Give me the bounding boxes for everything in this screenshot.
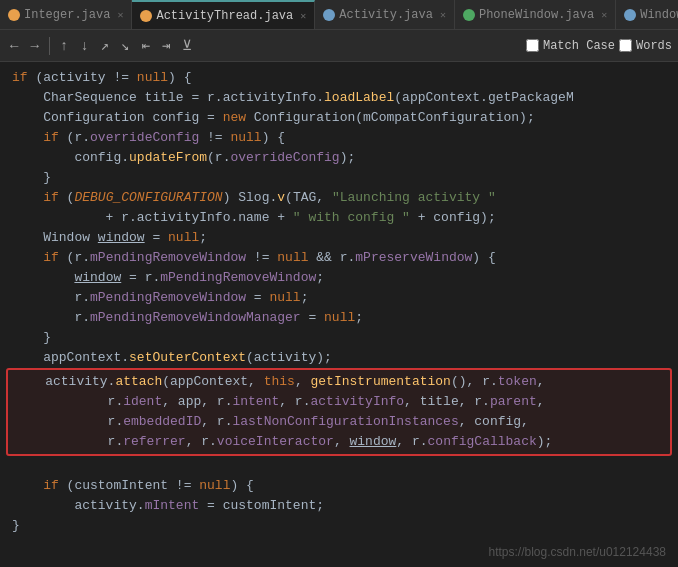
tab-close-phonewindow[interactable]: ✕ <box>601 9 607 21</box>
code-line-10: if (r.mPendingRemoveWindow != null && r.… <box>0 248 678 268</box>
separator1 <box>49 37 50 55</box>
code-line-13: r.mPendingRemoveWindowManager = null; <box>0 308 678 328</box>
tab-icon-activity <box>323 9 335 21</box>
code-line-20 <box>0 456 678 476</box>
tab-label-activity: Activity.java <box>339 8 433 22</box>
align-left-button[interactable]: ⇤ <box>138 35 154 56</box>
match-case-label: Match Case <box>543 39 615 53</box>
filter-button[interactable]: ⊻ <box>178 35 196 56</box>
tab-bar: Integer.java ✕ ActivityThread.java ✕ Act… <box>0 0 678 30</box>
tab-phonewindow[interactable]: PhoneWindow.java ✕ <box>455 0 616 29</box>
tab-close-integer[interactable]: ✕ <box>117 9 123 21</box>
watermark: https://blog.csdn.net/u012124438 <box>489 545 666 559</box>
tab-label-integer: Integer.java <box>24 8 110 22</box>
tab-label-phonewindow: PhoneWindow.java <box>479 8 594 22</box>
tab-integer[interactable]: Integer.java ✕ <box>0 0 132 29</box>
tab-close-activitythread[interactable]: ✕ <box>300 10 306 22</box>
toolbar: ← → ↑ ↓ ↗ ↘ ⇤ ⇥ ⊻ Match Case Words <box>0 30 678 62</box>
move-up-button[interactable]: ↑ <box>56 36 72 56</box>
words-group: Words <box>619 39 672 53</box>
tab-icon-integer <box>8 9 20 21</box>
code-line-22: activity.mIntent = customIntent; <box>0 496 678 516</box>
tab-activitythread[interactable]: ActivityThread.java ✕ <box>132 0 315 29</box>
tab-activity[interactable]: Activity.java ✕ <box>315 0 455 29</box>
tab-icon-phonewindow <box>463 9 475 21</box>
tab-window[interactable]: Window.java ✕ <box>616 0 678 29</box>
code-line-16: activity.attach(appContext, this, getIns… <box>14 372 664 392</box>
code-line-21: if (customIntent != null) { <box>0 476 678 496</box>
match-case-group: Match Case <box>526 39 615 53</box>
code-line-7: if (DEBUG_CONFIGURATION) Slog.v(TAG, "La… <box>0 188 678 208</box>
code-line-12: r.mPendingRemoveWindow = null; <box>0 288 678 308</box>
tab-close-activity[interactable]: ✕ <box>440 9 446 21</box>
code-line-2: CharSequence title = r.activityInfo.load… <box>0 88 678 108</box>
code-line-9: Window window = null; <box>0 228 678 248</box>
move-left-button[interactable]: ↗ <box>97 35 113 56</box>
tab-label-window: Window.java <box>640 8 678 22</box>
code-line-5: config.updateFrom(r.overrideConfig); <box>0 148 678 168</box>
code-line-17: r.ident, app, r.intent, r.activityInfo, … <box>14 392 664 412</box>
move-right-button[interactable]: ↘ <box>117 35 133 56</box>
code-line-8: + r.activityInfo.name + " with config " … <box>0 208 678 228</box>
code-line-23: } <box>0 516 678 536</box>
code-line-18: r.embeddedID, r.lastNonConfigurationInst… <box>14 412 664 432</box>
tab-label-activitythread: ActivityThread.java <box>156 9 293 23</box>
code-line-4: if (r.overrideConfig != null) { <box>0 128 678 148</box>
tab-icon-activitythread <box>140 10 152 22</box>
code-line-3: Configuration config = new Configuration… <box>0 108 678 128</box>
move-down-button[interactable]: ↓ <box>76 36 92 56</box>
code-line-14: } <box>0 328 678 348</box>
code-area: if (activity != null) { CharSequence tit… <box>0 62 678 567</box>
align-right-button[interactable]: ⇥ <box>158 35 174 56</box>
back-button[interactable]: ← <box>6 36 22 56</box>
code-line-11: window = r.mPendingRemoveWindow; <box>0 268 678 288</box>
code-line-1: if (activity != null) { <box>0 68 678 88</box>
tab-icon-window <box>624 9 636 21</box>
code-line-19: r.referrer, r.voiceInteractor, window, r… <box>14 432 664 452</box>
words-label: Words <box>636 39 672 53</box>
match-case-checkbox[interactable] <box>526 39 539 52</box>
code-line-15: appContext.setOuterContext(activity); <box>0 348 678 368</box>
forward-button[interactable]: → <box>26 36 42 56</box>
code-line-6: } <box>0 168 678 188</box>
words-checkbox[interactable] <box>619 39 632 52</box>
